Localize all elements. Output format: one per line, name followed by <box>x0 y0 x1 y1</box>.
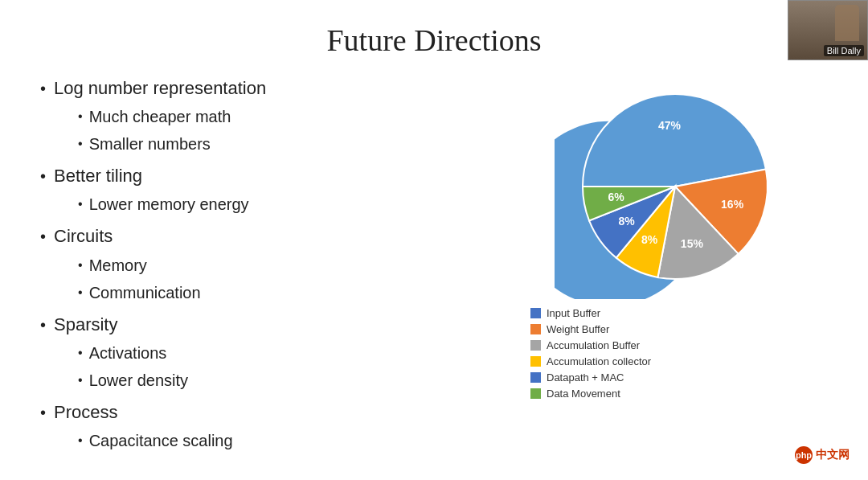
list-item: • Communication <box>78 280 201 306</box>
sub-dot: • <box>78 133 83 154</box>
legend-label-accum-buffer: Accumulation Buffer <box>547 339 640 351</box>
speaker-name-label: Bill Dally <box>824 45 864 56</box>
slide-title: Future Directions <box>0 0 868 66</box>
legend-color-data-movement <box>530 388 541 399</box>
legend-item-datapath: Datapath + MAC <box>530 371 651 384</box>
sub-text: Communication <box>89 280 201 306</box>
slide-body: • Log number representation • Much cheap… <box>0 66 868 480</box>
list-item: • Activations <box>78 340 188 366</box>
legend-label-input-buffer: Input Buffer <box>547 307 600 319</box>
bullet-text: Process <box>54 402 117 422</box>
sub-text: Much cheaper math <box>89 104 231 129</box>
sub-dot: • <box>78 255 83 276</box>
bullet-dot: • <box>40 400 46 425</box>
legend-item-accum-buffer: Accumulation Buffer <box>530 339 651 351</box>
left-content: • Log number representation • Much cheap… <box>40 74 506 464</box>
sub-dot: • <box>78 430 83 451</box>
list-item: • Memory <box>78 252 201 278</box>
legend-color-input-buffer <box>530 308 541 318</box>
legend-color-accum-collector <box>530 356 541 367</box>
legend-item-input-buffer: Input Buffer <box>530 307 651 319</box>
bullet-text: Better tiling <box>54 166 142 186</box>
legend-color-accum-buffer <box>530 340 541 351</box>
sub-text: Lower memory energy <box>89 191 249 217</box>
list-item: • Sparsity • Activations • Lower density <box>40 310 490 395</box>
sub-dot: • <box>78 106 83 127</box>
list-item: • Capacitance scaling <box>78 428 233 453</box>
bullet-text: Log number representation <box>54 78 266 98</box>
sub-text: Memory <box>89 252 147 278</box>
list-item: • Circuits • Memory • Communication <box>40 222 490 306</box>
sub-list: • Activations • Lower density <box>78 340 188 393</box>
sub-text: Smaller numbers <box>89 131 211 157</box>
sub-list: • Capacitance scaling <box>78 428 233 453</box>
list-item: • Process • Capacitance scaling <box>40 398 490 455</box>
legend-color-datapath <box>530 372 541 383</box>
bullet-text: Sparsity <box>54 314 117 334</box>
right-content: Input Buffer Weight Buffer Accumulation … <box>506 74 844 464</box>
main-bullet-list: • Log number representation • Much cheap… <box>40 74 490 455</box>
bullet-text: Circuits <box>54 226 113 246</box>
list-item: • Smaller numbers <box>78 131 266 157</box>
sub-text: Capacitance scaling <box>89 428 233 453</box>
bullet-dot: • <box>40 224 46 249</box>
watermark-text: 中文网 <box>816 448 850 462</box>
bullet-dot: • <box>40 76 46 101</box>
sub-dot: • <box>78 370 83 391</box>
list-item: • Better tiling • Lower memory energy <box>40 162 490 219</box>
sub-dot: • <box>78 343 83 363</box>
bullet-dot: • <box>40 163 46 189</box>
legend-item-accum-collector: Accumulation collector <box>530 355 651 367</box>
slide: Bill Dally Future Directions • Log numbe… <box>0 0 868 480</box>
list-item: • Lower memory energy <box>78 191 249 217</box>
legend-label-data-movement: Data Movement <box>547 388 620 400</box>
list-item: • Log number representation • Much cheap… <box>40 74 490 158</box>
sub-list: • Memory • Communication <box>78 252 201 306</box>
sub-list: • Much cheaper math • Smaller numbers <box>78 104 266 157</box>
chart-legend: Input Buffer Weight Buffer Accumulation … <box>530 307 651 404</box>
list-item: • Much cheaper math <box>78 104 266 129</box>
legend-label-weight-buffer: Weight Buffer <box>547 323 609 335</box>
watermark: php 中文网 <box>791 445 854 466</box>
watermark-icon: php <box>795 446 813 464</box>
list-item: • Lower density <box>78 367 188 393</box>
legend-item-weight-buffer: Weight Buffer <box>530 323 651 335</box>
legend-label-datapath: Datapath + MAC <box>547 371 624 384</box>
pie-chart <box>555 74 796 299</box>
sub-dot: • <box>78 282 83 303</box>
pie-chart-canvas <box>555 74 796 299</box>
sub-dot: • <box>78 194 83 215</box>
sub-text: Activations <box>89 340 167 366</box>
sub-list: • Lower memory energy <box>78 191 249 217</box>
bullet-dot: • <box>40 312 46 338</box>
legend-color-weight-buffer <box>530 324 541 334</box>
legend-item-data-movement: Data Movement <box>530 388 651 400</box>
speaker-thumbnail: Bill Dally <box>788 0 868 60</box>
sub-text: Lower density <box>89 367 188 393</box>
legend-label-accum-collector: Accumulation collector <box>547 355 651 367</box>
